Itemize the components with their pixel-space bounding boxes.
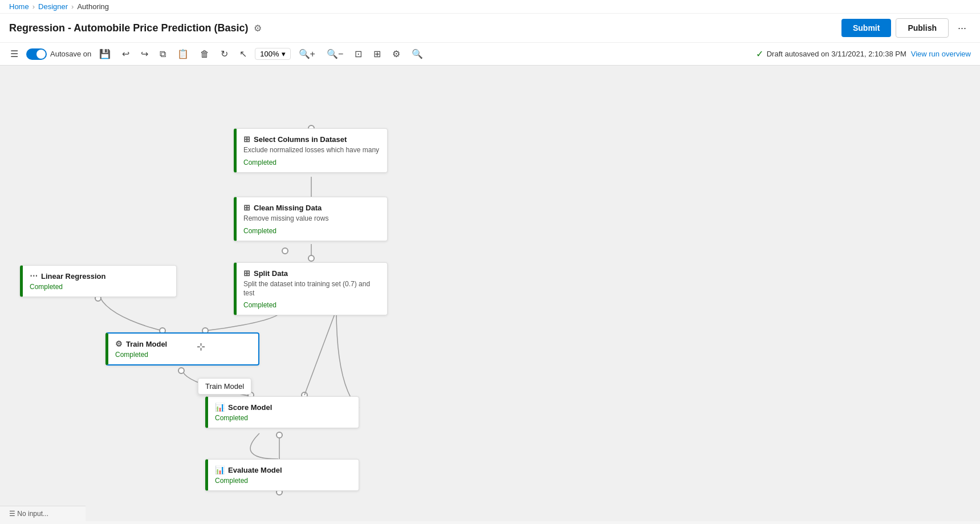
svg-point-10 <box>276 432 282 438</box>
train-model-icon: ⚙ <box>115 339 123 348</box>
more-button[interactable]: ··· <box>953 20 971 36</box>
redo-button[interactable]: ↪ <box>137 46 152 62</box>
zoom-control[interactable]: 100% ▾ <box>255 48 290 60</box>
svg-line-14 <box>304 310 336 395</box>
autosave-text: Draft autosaved on 3/11/2021, 2:10:38 PM <box>767 50 906 58</box>
autosave-label: Autosave on <box>50 50 91 58</box>
clean-missing-title: Clean Missing Data <box>254 204 322 212</box>
split-data-icon: ⊞ <box>243 269 250 278</box>
breadcrumb-designer[interactable]: Designer <box>38 2 68 11</box>
score-model-status: Completed <box>215 414 352 422</box>
zoom-level: 100% <box>260 50 279 58</box>
copy-button[interactable]: ⧉ <box>156 47 169 62</box>
zoom-in-button[interactable]: 🔍+ <box>295 46 319 62</box>
bottom-panel-hint: ☰ No input... <box>0 506 86 521</box>
zoom-chevron: ▾ <box>282 50 286 58</box>
evaluate-model-icon: 📊 <box>215 465 225 474</box>
autosave-switch[interactable] <box>26 48 47 60</box>
breadcrumb: Home › Designer › Authoring <box>0 0 980 14</box>
node-score-model[interactable]: 📊 Score Model Completed <box>205 396 359 428</box>
split-data-status: Completed <box>243 301 380 309</box>
train-model-tooltip: Train Model <box>198 378 251 395</box>
refresh-button[interactable]: ↻ <box>217 46 231 62</box>
canvas: ⊞ Select Columns in Dataset Exclude norm… <box>0 66 980 521</box>
select-columns-icon: ⊞ <box>243 135 250 144</box>
zoom-out-button[interactable]: 🔍− <box>323 46 347 62</box>
evaluate-model-status: Completed <box>215 477 352 485</box>
undo-button[interactable]: ↩ <box>119 46 133 62</box>
view-run-link[interactable]: View run overview <box>911 50 971 58</box>
node-evaluate-model[interactable]: 📊 Evaluate Model Completed <box>205 459 359 491</box>
node-linear-regression[interactable]: ⋯ Linear Regression Completed <box>20 265 177 297</box>
panel-toggle-button[interactable]: ☰ <box>7 46 22 62</box>
autosave-toggle: Autosave on <box>26 48 91 60</box>
score-model-title: Score Model <box>228 403 272 412</box>
node-select-columns[interactable]: ⊞ Select Columns in Dataset Exclude norm… <box>234 128 388 173</box>
search-button[interactable]: 🔍 <box>408 46 426 62</box>
grid-button[interactable]: ⊞ <box>370 46 384 62</box>
select-columns-desc: Exclude normalized losses which have man… <box>243 146 380 155</box>
svg-point-3 <box>308 255 314 261</box>
train-model-title: Train Model <box>126 340 167 348</box>
select-columns-status: Completed <box>243 159 380 166</box>
page-title: Regression - Automobile Price Prediction… <box>9 22 248 34</box>
settings-icon[interactable]: ⚙ <box>254 23 262 34</box>
publish-button[interactable]: Publish <box>896 18 949 38</box>
evaluate-model-title: Evaluate Model <box>228 466 282 474</box>
cursor-button[interactable]: ↖ <box>236 46 250 62</box>
title-left: Regression - Automobile Price Prediction… <box>9 22 262 34</box>
paste-button[interactable]: 📋 <box>174 46 192 62</box>
clean-missing-desc: Remove missing value rows <box>243 214 380 224</box>
delete-button[interactable]: 🗑 <box>197 47 213 62</box>
split-data-title: Split Data <box>254 269 288 278</box>
submit-button[interactable]: Submit <box>841 19 891 37</box>
toolbar: ☰ Autosave on 💾 ↩ ↪ ⧉ 📋 🗑 ↻ ↖ 100% ▾ 🔍+ … <box>0 43 980 66</box>
train-model-move-handle[interactable]: ⊹ <box>197 340 205 353</box>
split-data-desc: Split the dataset into training set (0.7… <box>243 280 380 298</box>
linear-regression-title: Linear Regression <box>41 272 105 281</box>
title-bar: Regression - Automobile Price Prediction… <box>0 14 980 43</box>
node-split-data[interactable]: ⊞ Split Data Split the dataset into trai… <box>234 262 388 315</box>
clean-missing-icon: ⊞ <box>243 203 250 212</box>
fit-button[interactable]: ⊡ <box>351 46 365 62</box>
save-button[interactable]: 💾 <box>96 46 114 62</box>
breadcrumb-current: Authoring <box>77 2 109 11</box>
train-model-status: Completed <box>115 351 251 359</box>
title-right: Submit Publish ··· <box>841 18 971 38</box>
clean-missing-status: Completed <box>243 227 380 235</box>
autosave-status: ✓ Draft autosaved on 3/11/2021, 2:10:38 … <box>756 48 906 59</box>
linear-regression-status: Completed <box>30 283 169 291</box>
node-train-model[interactable]: ⚙ Train Model Completed <box>105 332 259 365</box>
breadcrumb-home[interactable]: Home <box>9 2 29 11</box>
settings2-button[interactable]: ⚙ <box>389 46 404 62</box>
check-icon: ✓ <box>756 48 763 59</box>
select-columns-title: Select Columns in Dataset <box>254 135 347 144</box>
tooltip-text: Train Model <box>205 382 244 391</box>
linear-regression-icon: ⋯ <box>30 271 38 281</box>
svg-point-9 <box>178 368 184 373</box>
svg-point-2 <box>282 248 288 254</box>
node-clean-missing[interactable]: ⊞ Clean Missing Data Remove missing valu… <box>234 197 388 241</box>
score-model-icon: 📊 <box>215 403 225 412</box>
